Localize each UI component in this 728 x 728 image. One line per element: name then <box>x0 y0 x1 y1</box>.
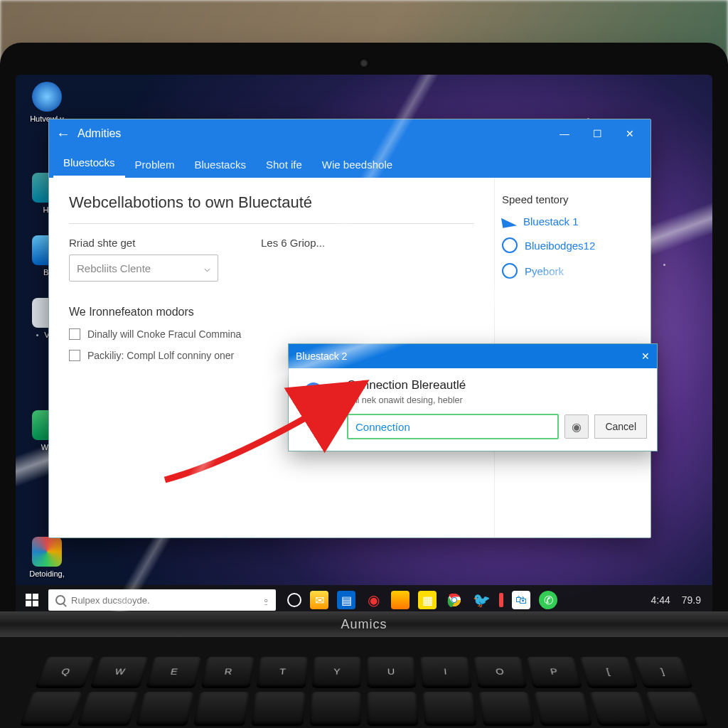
maximize-button[interactable]: ☐ <box>581 119 614 148</box>
dialog-subtext: Thi nek onawit desing, hebler <box>347 395 647 405</box>
keyboard-key: Q <box>35 657 95 687</box>
circle-plus-icon: ◉ <box>572 420 582 434</box>
side-link[interactable]: Blueibodges12 <box>502 237 643 253</box>
pinned-app[interactable]: ▤ <box>337 591 355 609</box>
task-view-button[interactable] <box>287 593 301 607</box>
app-logo-icon <box>299 382 337 421</box>
dropdown-rebclits[interactable]: Rebcliits Clente ⌵ <box>69 255 218 282</box>
keyboard-key: O <box>473 657 527 687</box>
laptop-bezel: Hutvewl v Ht Bi V Wo Detoiding, <box>0 43 728 728</box>
desktop-icon[interactable]: Hutvewl v <box>21 82 73 123</box>
dialog-title: Bluestack 2 <box>296 350 347 362</box>
desktop-icon-label: Detoiding, <box>29 569 65 578</box>
keyboard-key <box>646 692 709 724</box>
laptop-brand: Aumics <box>341 617 387 632</box>
pinned-app[interactable] <box>499 593 503 607</box>
dialog-heading: Connection Blereautlé <box>347 378 647 392</box>
pinned-app[interactable]: 🐦 <box>472 591 491 609</box>
section-heading: We Ironnefeaton modors <box>69 306 474 318</box>
globe-icon <box>32 82 62 112</box>
dropdown-value: Rebcliits Clente <box>77 262 151 274</box>
windows-icon <box>26 594 38 606</box>
taskbar-search[interactable]: Rulpex ducsdoyde. ⍛ <box>48 589 276 611</box>
checkbox-row[interactable]: Dinally will Cnoke Fracul Commina <box>69 328 474 340</box>
keyboard-key <box>20 692 83 724</box>
keyboard-key: P <box>527 657 582 687</box>
back-button[interactable]: ← <box>53 124 73 144</box>
chevron-down-icon: ⌵ <box>204 262 210 274</box>
pinned-app[interactable]: ✉ <box>310 591 328 609</box>
dialog-close-button[interactable]: ✕ <box>641 350 650 362</box>
keyboard-key: I <box>420 657 471 687</box>
keyboard-key <box>136 692 194 724</box>
desktop[interactable]: Hutvewl v Ht Bi V Wo Detoiding, <box>16 75 712 615</box>
pinned-app[interactable] <box>391 591 410 609</box>
cancel-button[interactable]: Cancel <box>594 414 647 439</box>
taskbar-pinned: ✉ ▤ ◉ ▦ 🐦 🛍 ✆ <box>287 591 557 609</box>
triangle-icon <box>501 215 517 228</box>
keyboard-key: Y <box>311 657 361 687</box>
keyboard-key <box>478 692 535 724</box>
pinned-app[interactable]: ✆ <box>539 591 557 609</box>
keyboard-key <box>193 692 250 724</box>
checkbox-label: Packiliy: Compl Lolf conniny oner <box>87 350 234 361</box>
tab-wie[interactable]: Wie beedshole <box>312 151 402 178</box>
tab-problem[interactable]: Problem <box>125 151 185 178</box>
gauge-icon <box>502 263 518 279</box>
input-value: Connectíon <box>355 421 410 433</box>
checkbox-icon <box>69 350 80 361</box>
keyboard-key: [ <box>580 657 638 687</box>
laptop-keyboard: QWERTYUIOP[] <box>0 637 728 728</box>
submit-button[interactable]: ◉ <box>564 414 589 439</box>
side-link-label: Blueibodges12 <box>525 240 595 252</box>
side-heading: Speed tentory <box>502 193 643 205</box>
side-link-label: Pyebork <box>525 265 564 277</box>
minimize-button[interactable]: ― <box>548 119 581 148</box>
svg-rect-0 <box>26 594 31 599</box>
window-titlebar[interactable]: ← Admities ― ☐ ✕ <box>49 119 651 148</box>
side-link[interactable]: Bluestack 1 <box>502 215 643 228</box>
pinned-app[interactable]: ◉ <box>364 591 382 609</box>
keyboard-key <box>422 692 476 724</box>
search-placeholder: Rulpex ducsdoyde. <box>71 595 150 606</box>
taskbar: Rulpex ducsdoyde. ⍛ ✉ ▤ ◉ ▦ <box>16 585 712 615</box>
pinned-app[interactable]: 🛍 <box>512 591 530 609</box>
keyboard-key: U <box>367 657 417 687</box>
divider <box>69 223 474 224</box>
tab-shot[interactable]: Shot ife <box>256 151 312 178</box>
pinned-app[interactable]: ▦ <box>418 591 437 609</box>
search-icon <box>55 595 65 605</box>
keyboard-key: R <box>201 657 255 687</box>
svg-point-6 <box>452 598 456 602</box>
pinned-app[interactable] <box>445 591 464 609</box>
keyboard-key <box>367 692 419 724</box>
tab-bluestocks[interactable]: Bluestocks <box>53 149 125 178</box>
page-heading: Webcellabotions to own Bluectauté <box>69 193 474 212</box>
desktop-icon[interactable]: Detoiding, <box>21 537 73 578</box>
dialog-titlebar[interactable]: Bluestack 2 ✕ <box>289 344 657 368</box>
chrome-icon <box>447 593 461 607</box>
window-title: Admities <box>77 127 548 140</box>
connection-dialog: Bluestack 2 ✕ Connection Blereautlé Thi … <box>288 343 658 451</box>
keyboard-key: W <box>90 657 148 687</box>
app-icon <box>32 537 62 567</box>
keyboard-key <box>251 692 305 724</box>
close-button[interactable]: ✕ <box>614 119 646 148</box>
mic-icon: ⍛ <box>263 594 269 606</box>
side-link[interactable]: Pyebork <box>502 263 643 279</box>
side-link-label: Bluestack 1 <box>523 215 579 228</box>
tray-status: 79.9 <box>682 594 701 606</box>
svg-rect-1 <box>33 594 38 599</box>
connection-input[interactable]: Connectíon <box>347 414 559 439</box>
keyboard-key <box>309 692 361 724</box>
system-tray[interactable]: 4:44 79.9 <box>640 594 713 606</box>
laptop-hinge: Aumics <box>0 611 728 637</box>
settings-window: ← Admities ― ☐ ✕ Bluestocks Problem Blue… <box>48 119 651 538</box>
webcam <box>359 58 369 68</box>
start-button[interactable] <box>16 585 48 615</box>
tab-strip: Bluestocks Problem Bluestacks Shot ife W… <box>49 148 651 178</box>
tab-bluestacks[interactable]: Bluestacks <box>184 151 256 178</box>
checkbox-icon <box>69 328 80 340</box>
tray-clock: 4:44 <box>651 594 670 606</box>
keyboard-key: ] <box>633 657 692 687</box>
